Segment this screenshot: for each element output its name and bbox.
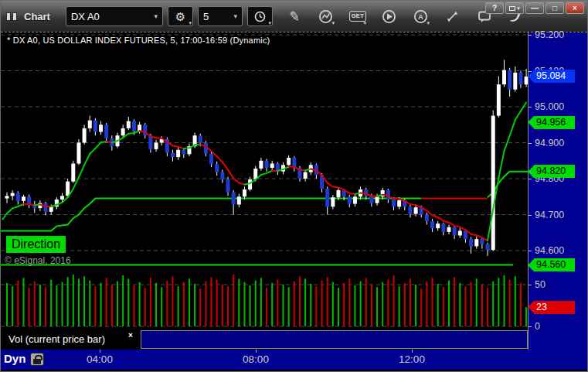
- candle-body: [425, 215, 429, 221]
- tag-value: 94.820: [534, 165, 575, 178]
- volume-bar: [454, 277, 455, 326]
- play-button[interactable]: [380, 7, 399, 26]
- time-tick-label: 08:00: [243, 353, 269, 365]
- volume-bar: [172, 276, 174, 326]
- chevron-down-icon: ▾: [331, 20, 335, 26]
- moving-average-line: [228, 169, 233, 178]
- candle-body: [502, 70, 506, 85]
- copyright-text: © eSignal, 2016: [5, 255, 71, 266]
- close-button[interactable]: ×: [566, 2, 584, 14]
- auto-trade-button[interactable]: A ▾: [412, 7, 430, 26]
- transfer-button[interactable]: [444, 7, 462, 26]
- volume-bar: [371, 285, 372, 326]
- candle-body: [220, 172, 224, 179]
- volume-bar: [178, 286, 179, 326]
- moving-average-line: [454, 226, 460, 227]
- volume-tab[interactable]: Vol (current price bar) ×: [1, 329, 127, 350]
- volume-bar: [271, 283, 273, 326]
- volume-bar: [393, 275, 395, 326]
- get-data-button[interactable]: GET ▾: [348, 7, 367, 26]
- chevron-down-icon: ▾: [189, 20, 192, 26]
- moving-average-line: [433, 215, 438, 217]
- volume-bar: [420, 288, 422, 326]
- pencil-draw-button[interactable]: ✎: [285, 7, 304, 26]
- volume-bar: [376, 287, 378, 326]
- volume-bar: [243, 282, 245, 326]
- chart-type-button[interactable]: ▾: [317, 7, 335, 26]
- candle-body: [348, 196, 352, 203]
- candle-body: [93, 121, 97, 132]
- candle-body: [408, 206, 412, 213]
- moving-average-line: [438, 217, 444, 221]
- volume-bar: [22, 278, 24, 326]
- window-menu-button[interactable]: ▾: [505, 2, 524, 14]
- candle-body: [209, 153, 213, 164]
- candle-body: [243, 189, 246, 196]
- moving-average-line: [195, 145, 200, 145]
- volume-bar: [299, 276, 301, 326]
- volume-bar: [89, 281, 90, 326]
- chevron-down-icon[interactable]: ▾: [149, 12, 158, 20]
- volume-bar: [83, 276, 85, 326]
- lock-icon[interactable]: [30, 353, 44, 366]
- candle-body: [469, 239, 473, 246]
- interval-combo[interactable]: 5 ▾: [198, 6, 243, 26]
- candlestick-volume-plot[interactable]: [1, 32, 529, 329]
- candle-body: [508, 70, 512, 90]
- moving-average-line: [233, 179, 239, 183]
- last-price-tag: 95.084: [528, 70, 575, 83]
- volume-bar: [437, 284, 439, 326]
- time-interval-button[interactable]: ▾: [247, 6, 273, 26]
- candle-body: [513, 73, 517, 90]
- volume-bar: [266, 288, 267, 326]
- price-axis[interactable]: 95.20095.10095.00094.90094.80094.70094.6…: [528, 32, 587, 350]
- candle-body: [304, 172, 308, 179]
- candle-body: [331, 197, 335, 206]
- volume-bar: [150, 278, 151, 326]
- volume-bar: [304, 278, 306, 326]
- minimize-button[interactable]: —: [525, 2, 544, 14]
- symbol-settings-button[interactable]: ⚙ ▾: [168, 6, 193, 26]
- volume-bar: [410, 278, 411, 326]
- chart-title: * DX A0, US DOLLAR INDEX FUTURES, 5, 17:…: [7, 36, 270, 45]
- time-tick-label: 04:00: [87, 353, 113, 365]
- candle-body: [215, 164, 219, 172]
- tag-value: 23: [534, 301, 575, 314]
- moving-average-line: [477, 235, 482, 237]
- candle-body: [491, 116, 495, 250]
- moving-average-line: [90, 148, 95, 154]
- close-icon[interactable]: ×: [128, 331, 133, 340]
- volume-bar: [161, 287, 162, 326]
- volume-bar: [222, 285, 223, 326]
- volume-bar: [509, 280, 511, 326]
- volume-bar: [39, 285, 41, 326]
- svg-text:A: A: [419, 12, 424, 21]
- moving-average-line: [184, 148, 189, 148]
- moving-average-line: [510, 120, 515, 135]
- help-button[interactable]: ?: [485, 2, 504, 14]
- moving-average-line: [300, 170, 305, 171]
- moving-average-line: [79, 165, 84, 177]
- candle-body: [22, 196, 25, 201]
- moving-average-line: [515, 111, 521, 120]
- chevron-down-icon[interactable]: ▾: [229, 12, 237, 20]
- chevron-down-icon: ▾: [268, 20, 271, 26]
- candle-body: [182, 150, 185, 155]
- volume-bar: [404, 283, 406, 326]
- gear-icon: ⚙: [175, 11, 185, 22]
- time-axis[interactable]: Dyn 04:0008:0012:00: [1, 350, 587, 370]
- candle-body: [414, 207, 418, 213]
- candle-body: [458, 230, 462, 235]
- volume-bar: [133, 285, 134, 326]
- price-tick-label: 94.900: [535, 137, 564, 150]
- symbol-combo[interactable]: DX A0 ▾: [66, 6, 163, 26]
- volume-bar: [515, 276, 516, 326]
- volume-bar: [166, 281, 168, 326]
- volume-bar: [471, 282, 472, 326]
- indicator-tab-bar: Vol (current price bar) ×: [1, 329, 528, 350]
- price-tick-label: 94.700: [535, 209, 564, 222]
- candle-body: [337, 190, 341, 197]
- candle-body: [287, 158, 291, 165]
- maximize-button[interactable]: □: [546, 2, 564, 14]
- price-tick-mark: [529, 179, 532, 179]
